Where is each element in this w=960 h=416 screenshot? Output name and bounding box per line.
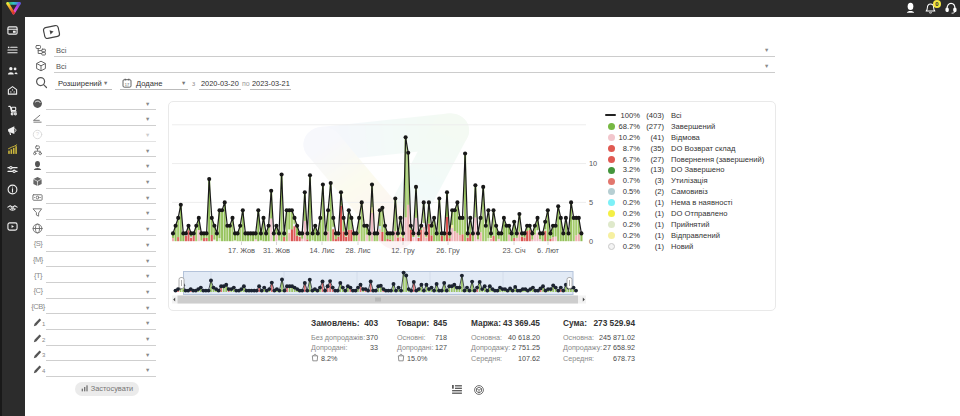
svg-text:17: 17 xyxy=(125,82,129,86)
svg-text:5: 5 xyxy=(589,198,593,207)
svg-text:26. Гру: 26. Гру xyxy=(436,246,460,255)
svg-text:17. Жов: 17. Жов xyxy=(228,246,255,255)
svg-text:0: 0 xyxy=(589,237,593,246)
svg-text:14. Лис: 14. Лис xyxy=(309,246,334,255)
svg-text:31. Жов: 31. Жов xyxy=(263,246,290,255)
svg-text:12. Гру: 12. Гру xyxy=(391,246,415,255)
svg-text:6. Лют: 6. Лют xyxy=(537,246,559,255)
svg-text:28. Лис: 28. Лис xyxy=(345,246,370,255)
svg-text:?: ? xyxy=(36,131,39,137)
svg-text:23. Січ: 23. Січ xyxy=(502,246,525,255)
svg-text:10: 10 xyxy=(589,159,597,168)
